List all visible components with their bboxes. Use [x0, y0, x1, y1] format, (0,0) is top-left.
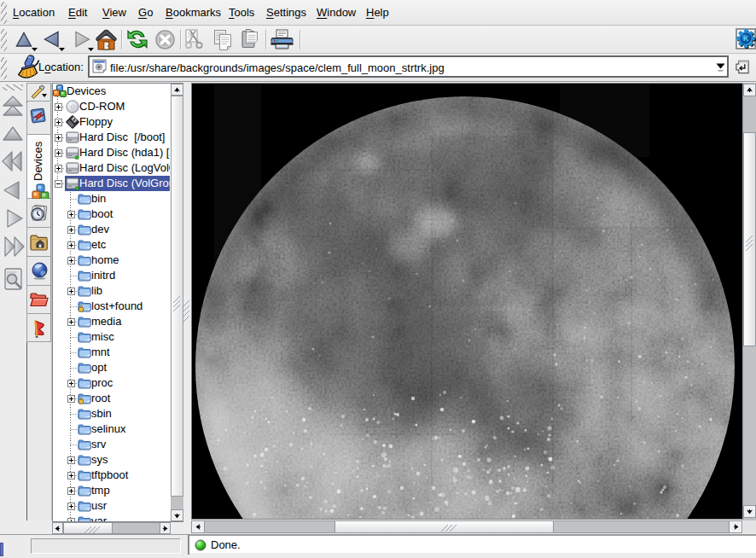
- svg-text:K: K: [743, 34, 749, 43]
